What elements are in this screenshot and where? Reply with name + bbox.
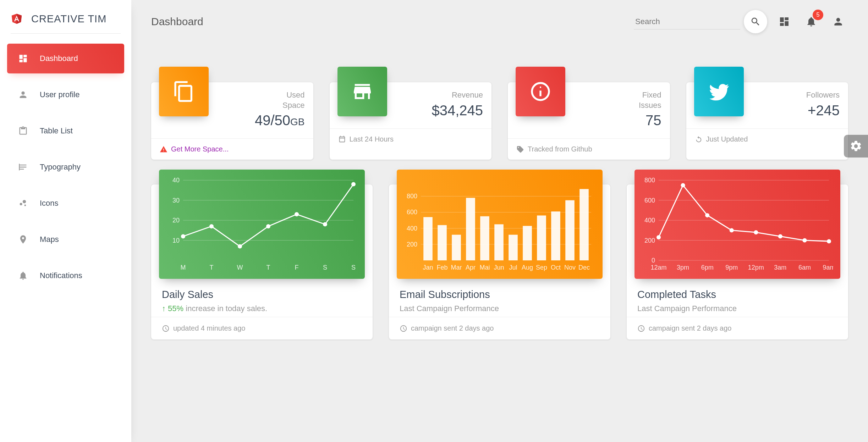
svg-point-15 xyxy=(181,234,185,238)
stat-footer-text: Last 24 Hours xyxy=(350,135,394,143)
dashboard-icon xyxy=(17,53,29,65)
svg-point-71 xyxy=(657,235,661,239)
svg-point-1 xyxy=(20,203,22,205)
svg-text:20: 20 xyxy=(172,217,180,224)
chart-svg: 10203040MTWTFSS xyxy=(166,177,358,273)
sidebar-item-notifications[interactable]: Notifications xyxy=(7,261,124,291)
svg-rect-43 xyxy=(509,235,518,260)
sidebar-item-table-list[interactable]: Table List xyxy=(7,116,124,146)
svg-text:Sep: Sep xyxy=(536,264,547,271)
svg-text:Apr: Apr xyxy=(466,264,476,271)
sidebar-item-typography[interactable]: Typography xyxy=(7,152,124,182)
svg-rect-38 xyxy=(438,225,447,260)
sidebar-item-icons[interactable]: Icons xyxy=(7,188,124,218)
svg-point-6 xyxy=(540,87,541,88)
svg-text:T: T xyxy=(210,264,214,271)
svg-point-17 xyxy=(238,244,242,249)
stat-card: UsedSpace49/50GBGet More Space... xyxy=(151,82,313,160)
svg-point-19 xyxy=(295,212,299,216)
sidebar-item-user-profile[interactable]: User profile xyxy=(7,80,124,110)
warning-icon xyxy=(160,145,167,153)
svg-text:600: 600 xyxy=(407,209,417,216)
chart-footer-text: campaign sent 2 days ago xyxy=(649,324,732,332)
svg-text:Mai: Mai xyxy=(479,264,490,271)
svg-point-21 xyxy=(351,182,356,186)
svg-text:12pm: 12pm xyxy=(748,264,764,271)
stat-card: Followers+245Just Updated xyxy=(686,82,848,160)
search-button[interactable] xyxy=(744,10,767,33)
svg-point-77 xyxy=(802,238,807,243)
sidebar-item-label: User profile xyxy=(40,90,79,99)
svg-text:Mar: Mar xyxy=(451,264,462,271)
search-input[interactable] xyxy=(634,14,740,29)
svg-text:Dec: Dec xyxy=(578,264,590,271)
chart-footer-text: updated 4 minutes ago xyxy=(173,324,246,332)
svg-text:Jun: Jun xyxy=(494,264,504,271)
stat-footer[interactable]: Get More Space... xyxy=(151,139,313,160)
twitter-icon xyxy=(694,67,744,116)
svg-rect-48 xyxy=(579,189,589,260)
chart-title: Email Subscriptions xyxy=(400,289,600,300)
sidebar-nav: DashboardUser profileTable ListTypograph… xyxy=(0,44,131,291)
sidebar-item-label: Typography xyxy=(40,162,81,172)
svg-text:200: 200 xyxy=(407,241,417,248)
main: Dashboard 5 xyxy=(131,0,868,442)
stat-card: Revenue$34,245Last 24 Hours xyxy=(330,82,492,160)
svg-text:800: 800 xyxy=(407,193,417,200)
copy-icon xyxy=(159,67,209,116)
dashboard-icon xyxy=(779,16,790,27)
notifications-badge: 5 xyxy=(813,10,823,20)
arrow-up-icon: ↑ 55% xyxy=(162,304,183,313)
account-button[interactable] xyxy=(828,12,848,32)
chart-subtitle: ↑ 55% increase in today sales. xyxy=(162,304,362,313)
svg-text:Aug: Aug xyxy=(522,264,533,271)
notifications-button[interactable]: 5 xyxy=(801,12,821,32)
svg-text:3am: 3am xyxy=(774,264,786,271)
svg-text:Nov: Nov xyxy=(564,264,576,271)
settings-plugin[interactable] xyxy=(844,135,868,158)
search-wrap xyxy=(634,10,767,33)
dashboard-shortcut-button[interactable] xyxy=(774,12,794,32)
svg-text:S: S xyxy=(351,264,356,271)
chart-subtitle-text: Last Campaign Performance xyxy=(400,304,499,313)
chart-footer: updated 4 minutes ago xyxy=(151,317,373,339)
svg-text:S: S xyxy=(323,264,327,271)
clock-icon xyxy=(637,325,645,332)
brand[interactable]: CREATIVE TIM xyxy=(0,0,131,33)
tag-icon xyxy=(516,145,524,153)
page-title: Dashboard xyxy=(151,16,203,28)
stat-footer: Tracked from Github xyxy=(508,139,670,160)
chart-card: 020040060080012am3pm6pm9pm12pm3am6am9amC… xyxy=(627,184,848,339)
sidebar: CREATIVE TIM DashboardUser profileTable … xyxy=(0,0,131,442)
svg-text:30: 30 xyxy=(172,197,180,204)
sidebar-item-label: Table List xyxy=(40,126,73,136)
svg-point-72 xyxy=(681,183,685,187)
svg-text:9pm: 9pm xyxy=(725,264,738,271)
svg-point-2 xyxy=(23,200,26,203)
stat-footer: Last 24 Hours xyxy=(330,129,492,150)
sidebar-item-dashboard[interactable]: Dashboard xyxy=(7,44,124,73)
svg-text:6pm: 6pm xyxy=(701,264,714,271)
svg-text:F: F xyxy=(295,264,299,271)
svg-text:600: 600 xyxy=(644,197,655,204)
svg-text:800: 800 xyxy=(644,177,655,184)
clock-icon xyxy=(162,325,170,332)
pin-icon xyxy=(17,233,29,245)
chart-subtitle: Last Campaign Performance xyxy=(400,304,600,313)
svg-rect-41 xyxy=(480,216,489,260)
clipboard-icon xyxy=(17,125,29,137)
sidebar-item-maps[interactable]: Maps xyxy=(7,225,124,254)
svg-rect-39 xyxy=(452,235,461,260)
svg-text:Oct: Oct xyxy=(551,264,561,271)
chart-title: Daily Sales xyxy=(162,289,362,300)
svg-text:9am: 9am xyxy=(823,264,833,271)
update-icon xyxy=(695,135,703,143)
chart-card: 200400600800JanFebMarAprMaiJunJulAugSepO… xyxy=(389,184,610,339)
chart-footer: campaign sent 2 days ago xyxy=(389,317,610,339)
stat-row: UsedSpace49/50GBGet More Space...Revenue… xyxy=(151,82,848,160)
svg-rect-37 xyxy=(423,217,433,260)
svg-text:3pm: 3pm xyxy=(677,264,689,271)
person-icon xyxy=(833,16,844,27)
chart-title: Completed Tasks xyxy=(637,289,837,300)
chart-surface: 10203040MTWTFSS xyxy=(159,170,365,279)
